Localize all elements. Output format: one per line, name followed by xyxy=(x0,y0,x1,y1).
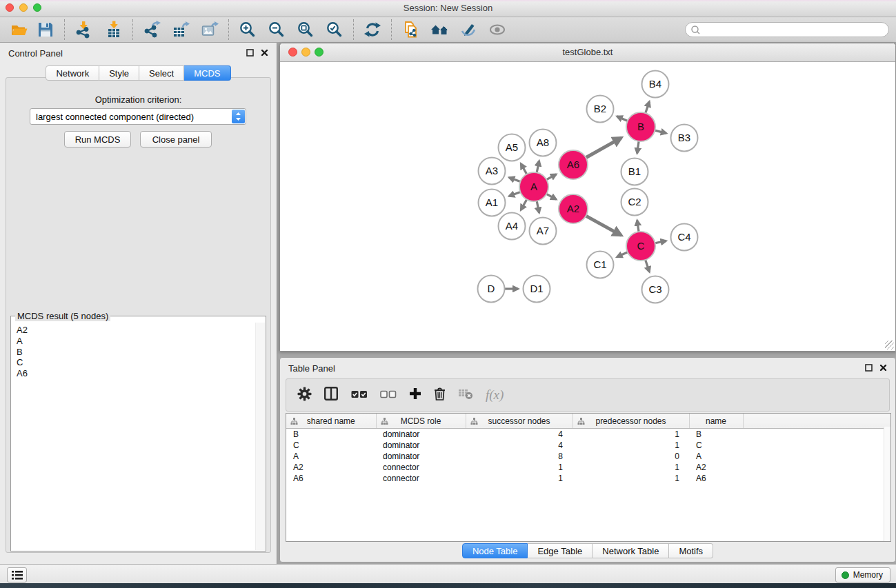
close-window-button[interactable] xyxy=(6,3,14,12)
graph-edge-B-B2[interactable] xyxy=(617,116,628,121)
tab-mcds[interactable]: MCDS xyxy=(184,65,230,81)
tab-select[interactable]: Select xyxy=(139,65,184,81)
graph-edge-A-A7[interactable] xyxy=(537,201,539,213)
network-from-selection-button[interactable] xyxy=(400,19,421,40)
graph-node-A[interactable]: A xyxy=(519,172,548,201)
list-item[interactable]: A xyxy=(17,336,28,347)
search-input[interactable] xyxy=(700,24,888,35)
zoom-in-button[interactable] xyxy=(237,19,258,40)
save-session-button[interactable] xyxy=(35,19,56,40)
graph-edge-A-A1[interactable] xyxy=(509,192,520,196)
graph-node-A7[interactable]: A7 xyxy=(530,218,557,245)
tab-edge-table[interactable]: Edge Table xyxy=(528,543,593,558)
table-row[interactable]: Adominator80A xyxy=(286,451,890,462)
close-network-button[interactable] xyxy=(288,48,297,57)
graph-node-A5[interactable]: A5 xyxy=(499,134,526,161)
graph-node-B[interactable]: B xyxy=(626,112,655,141)
show-graphics-details-button[interactable] xyxy=(487,19,508,40)
zoom-selected-button[interactable] xyxy=(324,19,345,40)
graph-edge-C-C1[interactable] xyxy=(617,252,627,257)
graph-edge-A6-B[interactable] xyxy=(586,138,621,158)
run-mcds-button[interactable]: Run MCDS xyxy=(64,131,131,148)
export-network-button[interactable] xyxy=(141,19,162,40)
graph-edge-A-A3[interactable] xyxy=(509,177,520,181)
graph-edge-A2-C[interactable] xyxy=(586,216,621,235)
zoom-network-button[interactable] xyxy=(315,48,323,57)
export-table-button[interactable] xyxy=(170,19,191,40)
graph-node-B1[interactable]: B1 xyxy=(621,159,648,185)
graph-edge-A-A2[interactable] xyxy=(546,194,556,199)
tab-network-table[interactable]: Network Table xyxy=(593,543,669,558)
show-all-networks-button[interactable] xyxy=(429,19,450,40)
function-builder-button[interactable]: f(x) xyxy=(486,387,504,403)
zoom-window-button[interactable] xyxy=(33,3,41,12)
import-table-button[interactable] xyxy=(103,19,124,40)
minimize-window-button[interactable] xyxy=(19,3,28,12)
column-header[interactable]: successor nodes xyxy=(466,414,573,429)
graph-node-D1[interactable]: D1 xyxy=(524,276,550,303)
graph-node-A6[interactable]: A6 xyxy=(559,150,588,179)
graph-node-C1[interactable]: C1 xyxy=(587,252,614,278)
graph-node-A8[interactable]: A8 xyxy=(530,130,557,156)
resize-grip[interactable] xyxy=(885,341,894,349)
close-panel-icon[interactable] xyxy=(261,49,268,57)
zoom-fit-button[interactable] xyxy=(295,19,316,40)
graph-node-A4[interactable]: A4 xyxy=(499,213,526,240)
export-image-button[interactable] xyxy=(199,19,220,40)
graph-edge-C-C3[interactable] xyxy=(646,260,650,272)
graph-node-A2[interactable]: A2 xyxy=(559,194,588,223)
graph-node-C3[interactable]: C3 xyxy=(642,276,669,303)
search-box[interactable] xyxy=(685,22,889,37)
select-all-columns-button[interactable] xyxy=(351,389,368,401)
list-item[interactable]: A2 xyxy=(17,325,28,336)
table-scrollbar[interactable] xyxy=(884,427,890,541)
tab-style[interactable]: Style xyxy=(99,65,139,81)
column-header[interactable]: MCDS role xyxy=(376,414,466,429)
memory-button[interactable]: Memory xyxy=(835,567,890,582)
graph-edge-C-C4[interactable] xyxy=(655,241,666,243)
table-row[interactable]: A6connector11A6 xyxy=(286,473,890,484)
delete-column-button[interactable] xyxy=(434,387,446,404)
graph-node-B2[interactable]: B2 xyxy=(587,96,614,123)
graph-edge-B-B1[interactable] xyxy=(637,141,639,154)
graph-edge-A-A8[interactable] xyxy=(537,161,539,172)
open-session-button[interactable] xyxy=(9,19,30,40)
list-item[interactable]: C xyxy=(17,357,28,368)
graph-edge-A-A4[interactable] xyxy=(521,199,527,210)
close-panel-icon[interactable] xyxy=(879,364,887,372)
table-row[interactable]: Cdominator41C xyxy=(286,440,890,451)
graph-node-C2[interactable]: C2 xyxy=(621,189,648,216)
list-item[interactable]: A6 xyxy=(17,368,28,379)
graph-node-A3[interactable]: A3 xyxy=(479,158,506,185)
tab-network[interactable]: Network xyxy=(46,65,99,81)
task-history-button[interactable] xyxy=(7,567,27,582)
graph-edge-A-A5[interactable] xyxy=(521,163,527,174)
graph-edge-C-C2[interactable] xyxy=(637,221,639,232)
graph-edge-B-B3[interactable] xyxy=(655,130,666,133)
graph-node-B4[interactable]: B4 xyxy=(642,71,669,98)
refresh-network-button[interactable] xyxy=(362,19,383,40)
table-settings-button[interactable] xyxy=(297,387,312,404)
zoom-out-button[interactable] xyxy=(266,19,287,40)
optimization-criterion-select[interactable]: largest connected component (directed) xyxy=(30,108,246,125)
graph-node-C4[interactable]: C4 xyxy=(671,224,698,251)
graph-edge-A-A6[interactable] xyxy=(546,174,556,180)
show-columns-button[interactable] xyxy=(324,387,339,403)
minimize-network-button[interactable] xyxy=(301,48,310,57)
network-canvas[interactable]: B4B2BB3A5A8A6A3B1AA1C2A2A4A7C4CC1C3DD1 xyxy=(281,62,895,350)
float-panel-icon[interactable] xyxy=(246,49,254,57)
column-header[interactable]: predecessor nodes xyxy=(573,414,689,429)
table-row[interactable]: A2connector11A2 xyxy=(286,462,890,473)
column-header[interactable]: shared name xyxy=(286,414,376,429)
table-row[interactable]: Bdominator41B xyxy=(286,429,890,440)
tab-motifs[interactable]: Motifs xyxy=(669,543,713,558)
hide-graphics-details-button[interactable] xyxy=(458,19,479,40)
deselect-all-columns-button[interactable] xyxy=(380,389,397,401)
float-panel-icon[interactable] xyxy=(865,364,873,372)
network-graph[interactable]: B4B2BB3A5A8A6A3B1AA1C2A2A4A7C4CC1C3DD1 xyxy=(281,62,895,350)
tab-node-table[interactable]: Node Table xyxy=(462,543,528,558)
graph-node-D[interactable]: D xyxy=(478,276,505,303)
import-network-button[interactable] xyxy=(73,19,94,40)
create-column-button[interactable] xyxy=(409,387,421,403)
close-panel-button[interactable]: Close panel xyxy=(140,131,212,148)
